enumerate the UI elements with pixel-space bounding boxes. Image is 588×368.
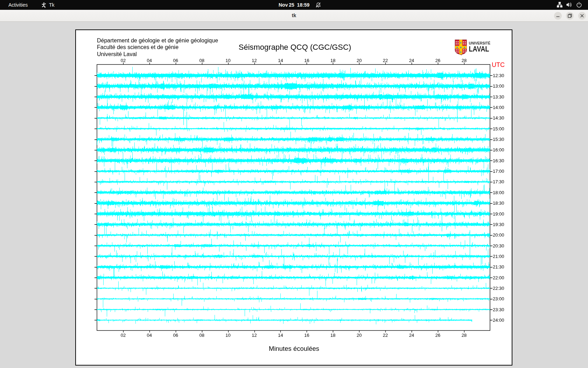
svg-text:LAVAL: LAVAL — [469, 45, 489, 53]
